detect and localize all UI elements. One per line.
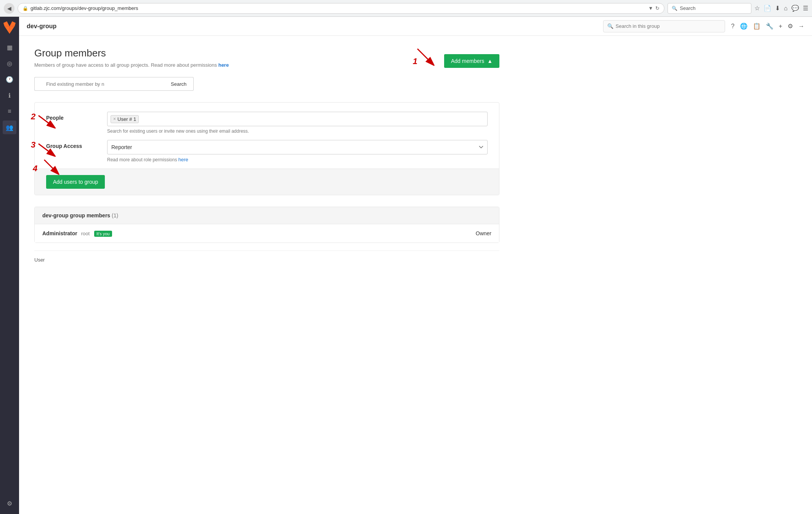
- member-badge: It's you: [94, 231, 112, 237]
- access-select[interactable]: Guest Reporter Developer Master Owner: [107, 140, 488, 154]
- add-users-button[interactable]: Add users to group: [46, 175, 105, 189]
- member-role: Owner: [476, 230, 491, 236]
- member-info: Administrator root It's you: [42, 230, 112, 236]
- search-button[interactable]: Search: [164, 77, 194, 91]
- plus-icon[interactable]: +: [779, 23, 782, 30]
- navbar-actions: ? 🌐 📋 🔧 + ⚙ →: [731, 22, 804, 30]
- access-row: Group Access Guest Reporter Developer Ma…: [46, 140, 488, 162]
- menu-icon[interactable]: ☰: [803, 5, 808, 12]
- members-section: dev-group group members (1) Administrato…: [34, 207, 499, 243]
- role-permissions-link[interactable]: here: [178, 157, 188, 162]
- signout-icon[interactable]: →: [798, 23, 804, 30]
- url-text: gitlab.zjc.com/groups/dev-group/group_me…: [30, 5, 138, 11]
- annotation-3: 3: [31, 140, 35, 149]
- sidebar-item-activity[interactable]: ◎: [3, 56, 16, 70]
- top-navbar: dev-group 🔍 ? 🌐 📋 🔧 + ⚙ →: [19, 17, 812, 36]
- people-field: × User # 1 Search for existing users or …: [107, 112, 488, 134]
- gear-icon[interactable]: ⚙: [788, 22, 793, 30]
- access-field: Guest Reporter Developer Master Owner Re…: [107, 140, 488, 162]
- navbar-search-input[interactable]: [616, 23, 721, 29]
- chat-icon[interactable]: 💬: [791, 5, 799, 12]
- member-username: root: [81, 231, 90, 236]
- browser-search-text: Search: [680, 5, 695, 11]
- sidebar-item-milestones[interactable]: 🕐: [3, 72, 16, 86]
- search-area: 🔍 Search 1: [34, 77, 499, 91]
- help-icon[interactable]: ?: [731, 23, 735, 30]
- dropdown-icon: ▼: [648, 5, 653, 11]
- globe-icon[interactable]: 🌐: [740, 22, 748, 30]
- members-section-title: dev-group group members: [42, 212, 110, 218]
- navbar-search[interactable]: 🔍: [603, 20, 725, 32]
- chevron-up-icon: ▲: [487, 58, 493, 64]
- home-icon[interactable]: ⌂: [784, 5, 788, 12]
- wrench-icon[interactable]: 🔧: [766, 22, 773, 30]
- sidebar: ▦ ◎ 🕐 ℹ ≡ 👥 ⚙: [0, 17, 19, 514]
- user-tag-remove[interactable]: ×: [113, 116, 116, 122]
- add-member-form: 2 People: [34, 102, 499, 195]
- sidebar-item-members[interactable]: 👥: [3, 120, 16, 134]
- main-wrapper: Group members Members of group have acce…: [19, 36, 812, 514]
- search-row: 🔍 Search: [34, 77, 499, 91]
- app-layout: ▦ ◎ 🕐 ℹ ≡ 👥 ⚙ dev-group 🔍 ? 🌐 📋 🔧 + ⚙ →: [0, 17, 812, 514]
- member-search-wrap: 🔍: [34, 77, 164, 91]
- people-row: People × User # 1 Search for existing us…: [46, 112, 488, 134]
- table-row: Administrator root It's you Owner: [35, 224, 499, 243]
- people-help: Search for existing users or invite new …: [107, 128, 488, 134]
- access-help: Read more about role permissions here: [107, 157, 488, 162]
- download-icon[interactable]: ⬇: [775, 5, 780, 12]
- members-header: dev-group group members (1): [35, 207, 499, 224]
- browser-search-bar[interactable]: 🔍 Search: [668, 3, 751, 14]
- clipboard-icon[interactable]: 📋: [753, 22, 761, 30]
- annotation-4: 4: [33, 164, 37, 173]
- permissions-link[interactable]: here: [218, 62, 229, 68]
- sidebar-item-settings[interactable]: ⚙: [3, 496, 16, 510]
- member-name: Administrator: [42, 230, 77, 236]
- footer-text: User: [34, 251, 499, 269]
- annotation-2: 2: [31, 112, 35, 121]
- browser-chrome: ◀ 🔒 gitlab.zjc.com/groups/dev-group/grou…: [0, 0, 812, 17]
- reading-list-icon[interactable]: 📄: [764, 5, 771, 12]
- form-action-row: 4 Add users to group: [35, 169, 499, 195]
- sidebar-item-info[interactable]: ℹ: [3, 88, 16, 102]
- arrow-4: [42, 158, 65, 177]
- people-input[interactable]: × User # 1: [107, 112, 488, 126]
- user-tag-name: User # 1: [117, 116, 136, 122]
- arrow-2: [37, 114, 59, 133]
- bookmark-icon[interactable]: ☆: [754, 5, 760, 12]
- navbar-search-icon: 🔍: [607, 23, 613, 29]
- browser-search-icon: 🔍: [672, 6, 677, 11]
- main-content: Group members Members of group have acce…: [19, 36, 515, 280]
- gitlab-logo[interactable]: [3, 21, 16, 34]
- user-tag: × User # 1: [111, 115, 139, 123]
- add-members-button[interactable]: Add members ▲: [444, 54, 499, 68]
- members-count: (1): [112, 212, 118, 218]
- url-bar[interactable]: 🔒 gitlab.zjc.com/groups/dev-group/group_…: [18, 3, 664, 14]
- refresh-icon: ↻: [655, 5, 660, 11]
- back-button[interactable]: ◀: [4, 3, 14, 14]
- arrow-1: [410, 47, 440, 70]
- sidebar-item-issues[interactable]: ≡: [3, 104, 16, 118]
- navbar-brand: dev-group: [27, 23, 56, 30]
- member-search-input[interactable]: [34, 77, 164, 91]
- sidebar-item-dashboard[interactable]: ▦: [3, 40, 16, 54]
- add-members-area: 1 Add: [440, 54, 499, 68]
- browser-actions: ☆ 📄 ⬇ ⌂ 💬 ☰: [754, 5, 808, 12]
